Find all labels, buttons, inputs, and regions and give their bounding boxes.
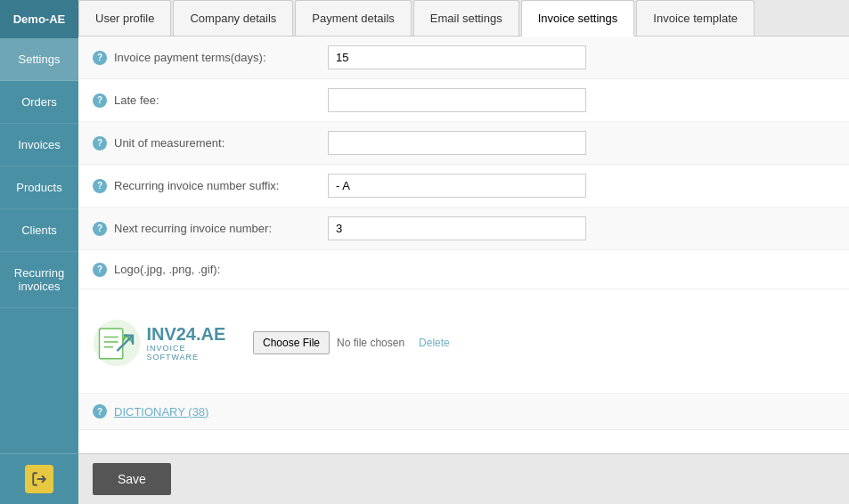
label-recurring-suffix: Recurring invoice number suffix: <box>114 179 328 192</box>
inv-logo-text: INV24.AE INVOICE SOFTWARE <box>146 324 235 362</box>
footer: Save <box>78 453 849 504</box>
tab-company-details[interactable]: Company details <box>173 0 293 36</box>
sidebar-item-recurring-invoices[interactable]: Recurring invoices <box>0 252 78 308</box>
field-row-late-fee: ? Late fee: <box>78 79 849 122</box>
sidebar-item-label: Invoices <box>18 138 61 151</box>
logout-button[interactable] <box>25 465 53 493</box>
no-file-chosen-text: No file chosen <box>337 337 404 349</box>
sidebar-item-label: Settings <box>19 53 61 66</box>
logo-section: INV24.AE INVOICE SOFTWARE Choose File No… <box>78 289 849 394</box>
sidebar-footer <box>0 453 78 504</box>
sidebar-item-label: Products <box>16 181 61 194</box>
save-button[interactable]: Save <box>93 463 171 495</box>
input-late-fee[interactable] <box>328 88 586 112</box>
delete-logo-link[interactable]: Delete <box>419 337 450 349</box>
logo-row: INV24.AE INVOICE SOFTWARE Choose File No… <box>93 307 835 378</box>
help-icon-late-fee[interactable]: ? <box>93 93 107 108</box>
choose-file-button[interactable]: Choose File <box>253 331 330 354</box>
inv-logo-title: INV24.AE <box>146 324 235 344</box>
inv-logo: INV24.AE INVOICE SOFTWARE <box>93 317 235 369</box>
label-logo: Logo(.jpg, .png, .gif): <box>114 263 328 276</box>
tab-invoice-settings[interactable]: Invoice settings <box>521 0 635 37</box>
dictionary-link[interactable]: DICTIONARY (38) <box>114 405 208 419</box>
sidebar-item-settings[interactable]: Settings <box>0 38 78 81</box>
input-next-recurring[interactable] <box>328 216 586 240</box>
tab-email-settings[interactable]: Email settings <box>413 0 519 36</box>
sidebar-item-products[interactable]: Products <box>0 167 78 209</box>
help-icon-dictionary[interactable]: ? <box>93 404 107 419</box>
inv-logo-subtitle: INVOICE SOFTWARE <box>146 344 235 362</box>
help-icon-logo[interactable]: ? <box>93 263 107 277</box>
label-next-recurring: Next recurring invoice number: <box>114 222 328 235</box>
inv-logo-icon <box>93 317 141 369</box>
field-row-unit-measurement: ? Unit of measurement: <box>78 122 849 165</box>
sidebar-item-label: Recurring invoices <box>14 266 64 293</box>
help-icon-recurring-suffix[interactable]: ? <box>93 179 107 193</box>
field-row-next-recurring: ? Next recurring invoice number: <box>78 207 849 250</box>
tab-user-profile[interactable]: User profile <box>78 0 171 36</box>
svg-rect-2 <box>100 329 123 359</box>
label-unit-measurement: Unit of measurement: <box>114 136 328 150</box>
sidebar-brand: Demo-AE <box>0 0 78 38</box>
label-payment-terms: Invoice payment terms(days): <box>114 51 328 64</box>
dictionary-row: ? DICTIONARY (38) <box>78 394 849 430</box>
tab-payment-details[interactable]: Payment details <box>295 0 412 36</box>
label-late-fee: Late fee: <box>114 93 328 107</box>
input-payment-terms[interactable] <box>328 45 586 69</box>
field-row-recurring-suffix: ? Recurring invoice number suffix: <box>78 165 849 207</box>
help-icon-next-recurring[interactable]: ? <box>93 222 107 236</box>
sidebar-item-label: Orders <box>21 95 57 109</box>
file-upload-row: Choose File No file chosen Delete <box>253 331 450 354</box>
logo-preview: INV24.AE INVOICE SOFTWARE <box>93 307 235 378</box>
input-unit-measurement[interactable] <box>328 131 586 155</box>
sidebar-item-label: Clients <box>21 224 57 237</box>
content-area: ? Invoice payment terms(days): ? Late fe… <box>78 37 849 453</box>
tab-invoice-template[interactable]: Invoice template <box>636 0 755 36</box>
sidebar: Demo-AE Settings Orders Invoices Product… <box>0 0 78 504</box>
sidebar-item-orders[interactable]: Orders <box>0 81 78 124</box>
tabs-bar: User profile Company details Payment det… <box>78 0 849 37</box>
help-icon-payment-terms[interactable]: ? <box>93 51 107 65</box>
input-recurring-suffix[interactable] <box>328 174 586 198</box>
help-icon-unit-measurement[interactable]: ? <box>93 136 107 150</box>
sidebar-item-clients[interactable]: Clients <box>0 209 78 252</box>
sidebar-item-invoices[interactable]: Invoices <box>0 124 78 167</box>
main-content: User profile Company details Payment det… <box>78 0 849 504</box>
field-row-payment-terms: ? Invoice payment terms(days): <box>78 37 849 79</box>
field-row-logo-label: ? Logo(.jpg, .png, .gif): <box>78 250 849 289</box>
